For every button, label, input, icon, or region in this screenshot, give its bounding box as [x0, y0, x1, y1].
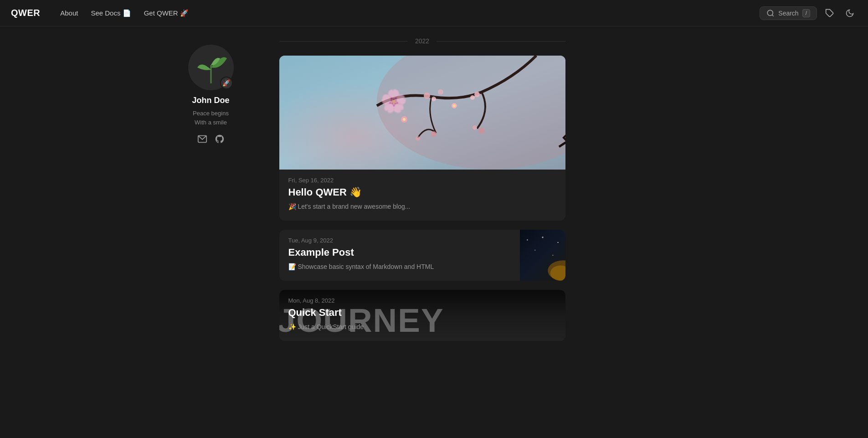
svg-point-35 — [552, 255, 553, 256]
post-title-0: Hello QWER 👋 — [288, 186, 556, 198]
nav-right: Search / — [760, 6, 857, 21]
svg-line-1 — [772, 15, 774, 16]
author-name: John Doe — [192, 96, 229, 105]
author-social-links — [197, 134, 225, 147]
post-date-2: Mon, Aug 8, 2022 — [288, 297, 556, 304]
year-label: 2022 — [415, 37, 429, 45]
year-divider: 2022 — [279, 37, 565, 45]
search-icon — [766, 9, 775, 17]
search-kbd: / — [802, 9, 810, 17]
svg-point-15 — [473, 125, 477, 130]
post-excerpt-0: 🎉 Let's start a brand new awesome blog..… — [288, 202, 556, 211]
page-layout: 🚀 John Doe Peace begins With a smile — [161, 0, 708, 368]
avatar-wrapper: 🚀 — [188, 45, 234, 90]
nav-docs[interactable]: See Docs 📄 — [85, 6, 136, 20]
tags-button[interactable] — [822, 6, 837, 21]
author-bio-line2: With a smile — [195, 119, 227, 126]
tags-icon — [825, 9, 834, 18]
post-side-image-example — [520, 230, 565, 281]
post-card-example-post[interactable]: Tue, Aug 9, 2022 Example Post 📝 Showcase… — [279, 230, 565, 281]
svg-point-12 — [431, 97, 436, 101]
author-bio-line1: Peace begins — [193, 110, 229, 117]
email-link[interactable] — [197, 134, 207, 147]
theme-toggle-button[interactable] — [842, 6, 857, 21]
svg-point-34 — [534, 250, 535, 251]
night-side-svg — [520, 230, 565, 281]
svg-point-10 — [470, 95, 475, 100]
moon-icon — [845, 9, 854, 18]
avatar-badge: 🚀 — [220, 77, 233, 89]
post-card-body-hello-qwer: Fri, Sep 16, 2022 Hello QWER 👋 🎉 Let's s… — [279, 170, 565, 221]
svg-point-14 — [478, 128, 485, 134]
svg-point-17 — [416, 136, 420, 141]
svg-point-13 — [438, 89, 443, 95]
post-card-body-quick-start: Mon, Aug 8, 2022 Quick Start ✨ Just a Qu… — [279, 290, 565, 341]
svg-point-16 — [431, 131, 437, 137]
svg-point-23 — [453, 104, 456, 107]
post-card-quick-start[interactable]: JOURNEY Mon, Aug 8, 2022 Quick Start ✨ J… — [279, 290, 565, 341]
post-date-0: Fri, Sep 16, 2022 — [288, 177, 556, 184]
search-label: Search — [778, 10, 798, 17]
post-excerpt-2: ✨ Just a QuickStart guide — [288, 322, 556, 332]
navbar: QWER About See Docs 📄 Get QWER 🚀 Search … — [0, 0, 868, 26]
post-title-2: Quick Start — [288, 307, 556, 319]
cherry-blossom-svg — [279, 56, 565, 170]
svg-point-32 — [542, 237, 543, 238]
svg-point-9 — [474, 92, 480, 97]
svg-point-31 — [527, 239, 528, 240]
sidebar: 🚀 John Doe Peace begins With a smile — [161, 26, 261, 368]
post-image-cherry-blossom — [279, 56, 565, 170]
mail-icon — [197, 134, 207, 144]
nav-get[interactable]: Get QWER 🚀 — [139, 6, 194, 20]
nav-links: About See Docs 📄 Get QWER 🚀 — [55, 6, 760, 20]
badge-emoji: 🚀 — [222, 79, 230, 87]
github-icon — [215, 134, 225, 144]
svg-point-29 — [403, 118, 406, 121]
post-title-1: Example Post — [288, 247, 511, 258]
svg-point-33 — [557, 242, 558, 243]
search-button[interactable]: Search / — [760, 6, 817, 20]
svg-point-11 — [424, 93, 430, 99]
svg-point-0 — [768, 10, 773, 15]
main-content: 2022 — [261, 26, 580, 368]
post-card-hello-qwer[interactable]: Fri, Sep 16, 2022 Hello QWER 👋 🎉 Let's s… — [279, 56, 565, 221]
post-card-body-example-post: Tue, Aug 9, 2022 Example Post 📝 Showcase… — [279, 230, 520, 281]
post-date-1: Tue, Aug 9, 2022 — [288, 237, 511, 244]
github-link[interactable] — [215, 134, 225, 147]
post-excerpt-1: 📝 Showcase basic syntax of Markdown and … — [288, 262, 511, 272]
site-logo[interactable]: QWER — [11, 8, 40, 18]
author-bio: Peace begins With a smile — [193, 109, 229, 127]
nav-about[interactable]: About — [55, 6, 83, 20]
